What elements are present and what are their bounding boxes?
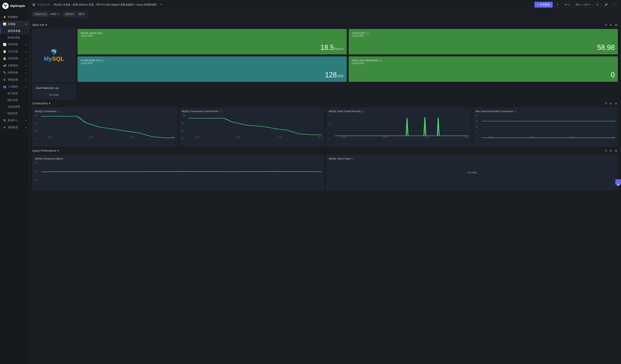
connections-actions: ⧉ ⚙ 🗑 (604, 101, 618, 105)
off-dropdown-icon: ▾ (568, 3, 569, 6)
breadcrumb-dropdown-icon[interactable]: ▾ (161, 3, 162, 6)
sidebar-item-team-management[interactable]: 团队管理 (0, 97, 29, 103)
sidebar-item-alert-management[interactable]: 🔔 告警管理 ▸ (0, 55, 29, 62)
query-performance-actions: ⧉ ⚙ 🗑 (604, 149, 618, 153)
share-icon: 🔗 (604, 3, 608, 6)
address-tag-remove[interactable]: ✕ (82, 13, 84, 16)
address-tag: All ✕ (78, 12, 86, 16)
sidebar-item-integration-center[interactable]: 🔌 集成中心 ▸ (0, 117, 29, 124)
sidebar-label-alert-management: 告警管理 (8, 57, 18, 60)
system-config-chevron-icon: ▸ (25, 126, 26, 129)
settings-button[interactable]: ⚙ (594, 2, 601, 7)
time-range-button[interactable]: 最近 1 小时 ▾ (573, 2, 593, 8)
sidebar-label-business-management: 业务组管理 (7, 105, 20, 108)
fullscreen-button[interactable]: ⤢ (611, 2, 618, 7)
quick-jump-icon: ⚡ (3, 16, 6, 18)
breadcrumb: 仪表盘列表 > MySQL 仪表盘（使用 address 筛选，用于中心端 Ca… (37, 3, 533, 6)
slave-lag-title-text: Slave Replication Lag (36, 87, 59, 89)
sidebar-item-business-management[interactable]: 业务组管理 (0, 103, 29, 110)
sidebar-item-dashboard[interactable]: 📊 仪表盘 ▾ (0, 20, 29, 28)
uptime-unit: hours (335, 47, 344, 51)
query-performance-section-header: Query Performance ▾ ⧉ ⚙ 🗑 (33, 149, 618, 153)
mysql-connections-chart-area: 14 12 10 8 13: (35, 114, 175, 144)
qps-info-icon: i (366, 32, 369, 34)
basic-info-title[interactable]: Basic Info ▾ (33, 23, 47, 26)
feedback-tab[interactable]: 反馈 (615, 179, 621, 185)
sidebar-item-time-series[interactable]: 📈 时序指标 ▸ (0, 41, 29, 48)
query-performance-copy-button[interactable]: ⧉ (604, 149, 607, 153)
sidebar-item-quick-jump[interactable]: ⚡ 快捷跳转 (0, 14, 29, 20)
temp-objects-title: MySQL Temporary Objects (35, 157, 322, 160)
add-chart-button[interactable]: + 添加图表 (535, 2, 553, 8)
basic-info-collapse-icon: ▾ (46, 23, 47, 26)
integration-center-icon: 🔌 (3, 119, 6, 122)
max-used-aborted-x-labels: 13:45 14:00 14:15 14:3 (488, 136, 615, 140)
datasource-dropdown-icon: ▾ (58, 13, 59, 16)
infrastructure-icon: 🖥 (3, 78, 6, 81)
mysql-sql-text: SQL (52, 55, 64, 62)
alert-self-healing-chevron-icon: ▸ (25, 72, 26, 74)
mysql-connections-title-text: MySQL Connections (35, 110, 57, 113)
sidebar-nav: ⚡ 快捷跳转 📊 仪表盘 ▾ 监控仪表盘 集成仪表盘 📈 时序指标 ▸ 📋 日志… (0, 12, 29, 364)
select-types-title: MySQL Select Types i (329, 157, 615, 160)
uptime-value-container: 18.5 hours (81, 43, 344, 52)
sidebar-item-organization[interactable]: 👥 人员组织 ▸ (0, 83, 29, 90)
query-performance-title[interactable]: Query Performance ▾ (33, 149, 59, 152)
alert-management-icon: 🔔 (3, 57, 6, 60)
alert-self-healing-icon: 🔧 (3, 71, 6, 74)
connections-used-percent-chart: MySQL Connections Used Percent i 10% 8% … (179, 107, 324, 147)
basic-info-delete-button[interactable]: 🗑 (614, 23, 618, 27)
datasource-filter-label: datasource (33, 12, 48, 17)
table-locks-title: Table Locks Waited(5min) i (352, 59, 615, 62)
filterbar: datasource vm01 ▾ address All ✕ (29, 9, 621, 19)
alert-notification-chevron-icon: ▸ (25, 65, 26, 67)
address-tag-text: All (79, 13, 81, 16)
add-chart-icon: + (537, 3, 539, 6)
query-performance-settings-button[interactable]: ⚙ (609, 149, 613, 153)
basic-info-copy-button[interactable]: ⧉ (604, 23, 607, 27)
datasource-filter-value[interactable]: vm01 ▾ (48, 12, 61, 17)
qps-instance: mysql:3306 (352, 34, 615, 37)
sidebar-item-alert-notification[interactable]: 📣 告警通知 ▸ (0, 62, 29, 69)
connections-settings-button[interactable]: ⚙ (609, 101, 613, 105)
temp-objects-chart: MySQL Temporary Objects 0.6 0.4 0.2 (33, 155, 324, 190)
innodb-value: 128 (325, 71, 337, 79)
query-performance-delete-button[interactable]: 🗑 (614, 149, 618, 153)
qps-title-text: Current QPS (352, 32, 365, 34)
temp-objects-chart-content (41, 162, 322, 181)
connections-copy-button[interactable]: ⧉ (604, 101, 607, 105)
sidebar-item-alert-self-healing[interactable]: 🔧 告警自愈 ▸ (0, 69, 29, 76)
fullscreen-icon: ⤢ (614, 3, 616, 6)
client-thread-running-y-labels: 3 2.5 2 (329, 114, 334, 140)
slave-lag-nodata: No Data (36, 89, 72, 96)
client-thread-running-title-text: MySQL Client Thread Running (329, 110, 361, 113)
sidebar-item-monitor-dashboard[interactable]: 监控仪表盘 (0, 28, 29, 34)
connections-title[interactable]: Connections ▾ (33, 102, 50, 105)
mysql-my-text: My (44, 55, 52, 62)
sidebar-item-system-config[interactable]: ⚙ 系统配置 ▸ (0, 124, 29, 131)
sidebar-item-infrastructure[interactable]: 🖥 基础设施 ▸ (0, 76, 29, 83)
innodb-unit: MiB (338, 74, 344, 78)
basic-info-grid: 🐬 MySQL MySQL Uptime Days mysql:3306 18.… (33, 29, 618, 99)
off-button[interactable]: off ▾ (562, 2, 571, 7)
basic-info-title-text: Basic Info (33, 23, 44, 26)
refresh-button[interactable]: ↻ (554, 2, 561, 7)
slave-lag-title: Slave Replication Lag (36, 87, 72, 89)
sidebar-label-alert-self-healing: 告警自愈 (8, 71, 18, 74)
sidebar-label-system-config: 系统配置 (8, 126, 18, 129)
sidebar-item-integration-dashboard[interactable]: 集成仪表盘 (0, 34, 29, 41)
connections-delete-button[interactable]: 🗑 (614, 101, 618, 105)
sidebar-item-permission-management[interactable]: 权限管理 (0, 110, 29, 117)
sidebar-item-log-analysis[interactable]: 📋 日志分析 ▸ (0, 48, 29, 55)
log-analysis-icon: 📋 (3, 50, 6, 53)
breadcrumb-link[interactable]: 仪表盘列表 (37, 3, 50, 6)
off-label: off (564, 3, 567, 6)
connections-section-header: Connections ▾ ⧉ ⚙ 🗑 (33, 101, 618, 105)
basic-info-settings-button[interactable]: ⚙ (609, 23, 613, 27)
sidebar-label-infrastructure: 基础设施 (8, 78, 18, 82)
max-used-aborted-info-icon: i (514, 110, 517, 113)
max-used-aborted-title-text: Max Used and Aborted Connections (476, 110, 513, 113)
share-button[interactable]: 🔗 (603, 2, 610, 7)
mysql-connections-chart-content: 13:45 14:00 14:15 14:3 (41, 114, 175, 140)
sidebar-item-user-management[interactable]: 用户管理 (0, 90, 29, 97)
